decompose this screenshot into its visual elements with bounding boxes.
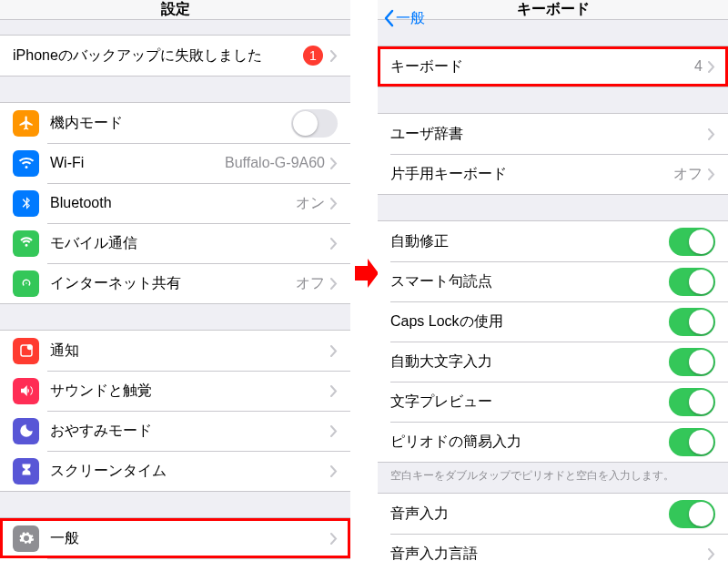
row-notifications[interactable]: 通知 [0,331,350,371]
chevron-right-icon [708,168,715,180]
row-label: おやすみモード [50,422,330,441]
chevron-right-icon [708,128,715,140]
row-smartpunct[interactable]: スマート句読点 [378,261,728,301]
row-periodshortcut[interactable]: ピリオドの簡易入力 [378,422,728,462]
chevron-right-icon [708,548,715,560]
chevron-right-icon [330,425,338,437]
row-label: キーボード [390,57,694,76]
row-keyboards[interactable]: キーボード4 [378,46,728,87]
toggle-switch[interactable] [669,388,715,416]
chevron-right-icon [330,238,338,250]
chevron-right-icon [330,385,338,397]
row-dictation[interactable]: 音声入力 [378,494,728,534]
transition-arrow-icon [353,255,380,291]
airplane-icon [13,110,39,137]
row-label: 片手用キーボード [390,165,673,184]
settings-pane: 設定 iPhoneのバックアップに失敗しました 1 機内モードWi-FiBuff… [0,0,350,561]
row-dictationlang[interactable]: 音声入力言語 [378,534,728,561]
toggle-switch[interactable] [669,500,715,528]
row-label: 自動大文字入力 [390,352,669,372]
screentime-icon [13,458,39,484]
chevron-right-icon [708,61,715,73]
row-autocap[interactable]: 自動大文字入力 [378,342,728,382]
notification-badge: 1 [303,46,323,66]
toggle-switch[interactable] [291,109,338,138]
row-value: Buffalo-G-9A60 [225,155,325,171]
back-button[interactable]: 一般 [383,0,425,36]
row-charpreview[interactable]: 文字プレビュー [378,382,728,422]
row-value: オフ [296,274,325,293]
row-value: オフ [673,165,703,184]
row-label: Caps Lockの使用 [390,312,669,332]
backup-failed-label: iPhoneのバックアップに失敗しました [13,46,303,66]
chevron-right-icon [330,345,338,357]
hotspot-icon [13,270,39,297]
svg-point-1 [27,345,32,350]
row-bluetooth[interactable]: Bluetoothオン [0,183,350,223]
row-sounds[interactable]: サウンドと触覚 [0,371,350,411]
row-label: スクリーンタイム [50,462,330,481]
period-shortcut-note: 空白キーをダブルタップでピリオドと空白を入力します。 [378,463,728,493]
row-dnd[interactable]: おやすみモード [0,411,350,451]
row-onehand[interactable]: 片手用キーボードオフ [378,154,728,194]
row-wifi[interactable]: Wi-FiBuffalo-G-9A60 [0,143,350,183]
row-label: 機内モード [50,114,291,133]
row-label: ピリオドの簡易入力 [390,433,669,452]
navbar-right: 一般 キーボード [378,0,728,20]
row-cellular[interactable]: モバイル通信 [0,223,350,263]
row-label: 音声入力 [390,505,669,524]
row-airplane[interactable]: 機内モード [0,103,350,143]
general-icon [13,525,39,552]
wifi-icon [13,150,39,177]
notifications-icon [13,338,39,364]
row-label: サウンドと触覚 [50,382,330,401]
row-screentime[interactable]: スクリーンタイム [0,451,350,491]
toggle-switch[interactable] [669,228,715,256]
row-label: ユーザ辞書 [390,125,708,144]
nav-title: 設定 [161,0,190,19]
row-label: Wi-Fi [50,155,225,171]
row-hotspot[interactable]: インターネット共有オフ [0,263,350,303]
sounds-icon [13,378,39,404]
cellular-icon [13,230,39,257]
chevron-right-icon [330,465,338,477]
keyboard-pane: 一般 キーボード キーボード4 ユーザ辞書片手用キーボードオフ 自動修正スマート… [378,0,728,561]
dnd-icon [13,418,39,444]
chevron-right-icon [330,278,338,290]
row-value: オン [296,194,325,213]
row-label: 文字プレビュー [390,393,669,412]
row-label: スマート句読点 [390,272,669,291]
navbar-left: 設定 [0,0,350,20]
toggle-switch[interactable] [669,348,715,376]
row-userdict[interactable]: ユーザ辞書 [378,114,728,154]
chevron-right-icon [330,198,338,209]
row-label: 自動修正 [390,232,669,251]
row-capslock[interactable]: Caps Lockの使用 [378,301,728,342]
toggle-switch[interactable] [669,308,715,336]
row-label: インターネット共有 [50,274,296,293]
row-label: 通知 [50,342,330,361]
bluetooth-icon [13,190,39,217]
row-label: モバイル通信 [50,234,330,253]
back-label: 一般 [396,9,425,28]
row-label: 一般 [50,529,330,548]
row-label: Bluetooth [50,195,296,211]
nav-title: キーボード [517,0,590,19]
toggle-switch[interactable] [669,428,715,456]
backup-failed-row[interactable]: iPhoneのバックアップに失敗しました 1 [0,36,350,76]
toggle-switch[interactable] [669,268,715,296]
row-general[interactable]: 一般 [0,518,350,558]
row-value: 4 [694,58,703,75]
row-label: 音声入力言語 [390,545,708,562]
chevron-right-icon [330,533,338,545]
chevron-right-icon [330,50,338,62]
chevron-right-icon [330,158,338,169]
row-autocorrect[interactable]: 自動修正 [378,221,728,261]
